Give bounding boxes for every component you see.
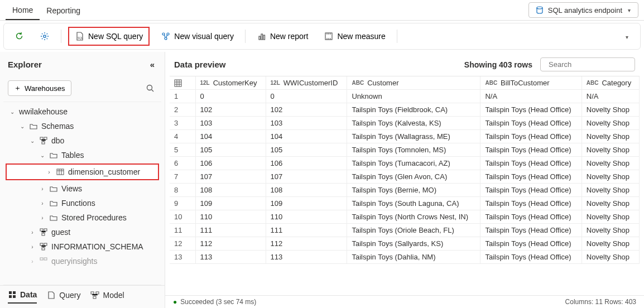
cell-customer: Tailspin Toys (South Laguna, CA)	[347, 197, 480, 210]
row-header-corner[interactable]	[170, 76, 195, 90]
table-row[interactable]: 2102102Tailspin Toys (Fieldbrook, CA)Tai…	[170, 103, 640, 117]
toolbar-divider	[245, 30, 246, 43]
tree-node-tables[interactable]: ⌄ Tables	[3, 148, 161, 162]
table-row[interactable]: 8108108Tailspin Toys (Bernie, MO)Tailspi…	[170, 184, 640, 197]
explorer-search-button[interactable]	[143, 81, 157, 95]
cell-customer: Tailspin Toys (Sallyards, KS)	[347, 237, 480, 251]
svg-rect-21	[40, 258, 43, 260]
cell-wwicustomerid: 105	[266, 143, 347, 157]
tree-node-schemas[interactable]: ⌄ Schemas	[3, 119, 161, 133]
new-report-button[interactable]: New report	[252, 29, 313, 44]
cell-customerkey: 0	[195, 90, 266, 103]
tree-label: wwilakehouse	[19, 107, 68, 116]
cell-wwicustomerid: 108	[266, 184, 347, 197]
cell-customer: Tailspin Toys (Kalvesta, KS)	[347, 117, 480, 130]
svg-rect-23	[9, 291, 12, 294]
tree-label: dimension_customer	[68, 167, 140, 176]
cell-billtocustomer: N/A	[480, 90, 581, 103]
row-count-label: Showing 403 rows	[464, 60, 532, 69]
toolbar-overflow-button[interactable]: ▾	[619, 30, 635, 43]
table-row[interactable]: 100UnknownN/AN/A	[170, 90, 640, 103]
table-row[interactable]: 7107107Tailspin Toys (Glen Avon, CA)Tail…	[170, 170, 640, 184]
column-header-wwicustomerid[interactable]: 12LWWICustomerID	[266, 76, 347, 90]
file-icon	[47, 291, 56, 300]
tab-home[interactable]: Home	[6, 2, 40, 20]
cell-wwicustomerid: 0	[266, 90, 347, 103]
add-warehouses-button[interactable]: ＋ Warehouses	[8, 80, 71, 96]
table-row[interactable]: 9109109Tailspin Toys (South Laguna, CA)T…	[170, 197, 640, 210]
tree-node-stored-procedures[interactable]: › Stored Procedures	[3, 210, 161, 225]
tab-reporting[interactable]: Reporting	[40, 3, 87, 20]
table-row[interactable]: 10110110Tailspin Toys (North Crows Nest,…	[170, 210, 640, 224]
svg-rect-26	[13, 295, 16, 298]
row-number: 12	[170, 237, 195, 251]
chevron-down-icon: ▾	[626, 7, 632, 13]
model-icon	[90, 291, 99, 300]
visual-query-icon	[161, 31, 171, 41]
type-int-icon: 12L	[271, 80, 280, 86]
type-string-icon: ABC	[485, 80, 497, 86]
tree-node-guest[interactable]: › guest	[3, 225, 161, 239]
tree-node-dbo[interactable]: ⌄ dbo	[3, 133, 161, 148]
endpoint-dropdown[interactable]: SQL analytics endpoint ▾	[528, 2, 638, 18]
settings-button[interactable]	[35, 29, 54, 44]
table-row[interactable]: 4104104Tailspin Toys (Wallagrass, ME)Tai…	[170, 130, 640, 143]
bottom-tab-query[interactable]: Query	[47, 291, 80, 303]
cell-customerkey: 102	[195, 103, 266, 117]
svg-rect-17	[42, 233, 45, 235]
tree-label: Stored Procedures	[61, 213, 127, 222]
refresh-button[interactable]	[9, 29, 28, 44]
search-field[interactable]	[549, 60, 642, 69]
svg-rect-18	[40, 243, 43, 246]
tree-label: guest	[51, 228, 70, 237]
data-preview-table: 12LCustomerKey 12LWWICustomerID ABCCusto…	[170, 76, 640, 264]
chevron-down-icon: ▾	[623, 33, 630, 40]
new-sql-query-button[interactable]: SQL New SQL query	[68, 27, 150, 46]
tree-node-lakehouse[interactable]: ⌄ wwilakehouse	[3, 104, 161, 119]
table-row[interactable]: 6106106Tailspin Toys (Tumacacori, AZ)Tai…	[170, 157, 640, 170]
svg-rect-29	[93, 296, 96, 299]
tree-node-queryinsights[interactable]: › queryinsights	[3, 254, 161, 268]
chevron-down-icon: ⌄	[9, 108, 16, 115]
svg-point-3	[162, 33, 165, 35]
row-number: 7	[170, 170, 195, 184]
table-row[interactable]: 11111111Tailspin Toys (Oriole Beach, FL)…	[170, 224, 640, 237]
new-measure-button[interactable]: New measure	[319, 29, 390, 44]
tree-node-information-schema[interactable]: › INFORMATION_SCHEMA	[3, 239, 161, 254]
status-cols-rows: Columns: 11 Rows: 403	[565, 298, 636, 306]
column-header-billtocustomer[interactable]: ABCBillToCustomer	[480, 76, 581, 90]
table-row[interactable]: 13113113Tailspin Toys (Dahlia, NM)Tailsp…	[170, 251, 640, 264]
collapse-explorer-button[interactable]: «	[148, 57, 157, 71]
schema-icon	[39, 228, 48, 237]
svg-point-5	[165, 37, 167, 40]
table-row[interactable]: 5105105Tailspin Toys (Tomnolen, MS)Tails…	[170, 143, 640, 157]
schema-icon	[39, 242, 48, 251]
svg-rect-7	[261, 34, 263, 40]
folder-icon	[29, 122, 38, 131]
tree-node-dimension-customer[interactable]: › dimension_customer	[6, 163, 159, 180]
tree-node-functions[interactable]: › Functions	[3, 196, 161, 210]
row-number: 1	[170, 90, 195, 103]
new-visual-query-button[interactable]: New visual query	[156, 29, 238, 44]
cell-customerkey: 103	[195, 117, 266, 130]
cell-customerkey: 107	[195, 170, 266, 184]
search-input[interactable]	[540, 57, 635, 71]
cell-wwicustomerid: 107	[266, 170, 347, 184]
cell-category: Novelty Shop	[581, 103, 639, 117]
cell-billtocustomer: Tailspin Toys (Head Office)	[480, 210, 581, 224]
refresh-icon	[14, 31, 24, 41]
column-header-category[interactable]: ABCCategory	[581, 76, 639, 90]
column-header-customerkey[interactable]: 12LCustomerKey	[195, 76, 266, 90]
table-row[interactable]: 3103103Tailspin Toys (Kalvesta, KS)Tails…	[170, 117, 640, 130]
cell-billtocustomer: Tailspin Toys (Head Office)	[480, 157, 581, 170]
bottom-tab-model[interactable]: Model	[90, 291, 124, 303]
grid-icon	[8, 290, 17, 299]
row-number: 4	[170, 130, 195, 143]
bottom-tab-data[interactable]: Data	[8, 290, 37, 304]
tree-node-views[interactable]: › Views	[3, 181, 161, 196]
chevron-right-icon: ›	[39, 214, 46, 221]
cell-customer: Tailspin Toys (Bernie, MO)	[347, 184, 480, 197]
table-row[interactable]: 12112112Tailspin Toys (Sallyards, KS)Tai…	[170, 237, 640, 251]
svg-rect-6	[259, 36, 261, 40]
column-header-customer[interactable]: ABCCustomer	[347, 76, 480, 90]
